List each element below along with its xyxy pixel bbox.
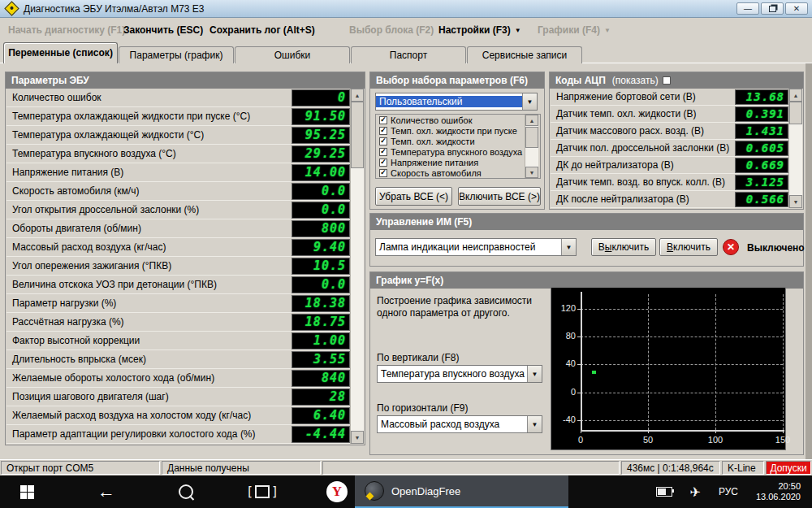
table-row[interactable]: Фактор высотной коррекции1.00: [6, 332, 350, 350]
close-button[interactable]: ✕: [785, 2, 808, 15]
param-list-scrollbar[interactable]: ▲ ▼: [525, 115, 538, 178]
chevron-down-icon[interactable]: ▼: [561, 239, 576, 255]
table-row[interactable]: ДК после нейтрализатора (В)0.566: [551, 191, 788, 208]
table-row[interactable]: Датчик пол. дроссельной заслонки (В)0.60…: [551, 140, 788, 157]
add-all-button[interactable]: Включить ВСЕ (>): [458, 187, 541, 206]
checkbox-icon[interactable]: ✓: [379, 169, 387, 177]
menu-item-2[interactable]: Закончить (ESC): [123, 24, 203, 36]
language-indicator[interactable]: РУС: [719, 486, 738, 497]
adc-scroll-thumb[interactable]: [789, 102, 802, 124]
turn-off-button[interactable]: Выключить: [591, 238, 656, 256]
table-row[interactable]: Длительность впрыска (мсек)3.55: [6, 350, 350, 369]
adc-codes-list[interactable]: Напряжение бортовой сети (В)13.68Датчик …: [551, 89, 788, 208]
table-row[interactable]: Напряжение питания (В)14.00: [6, 163, 350, 182]
table-row[interactable]: Количество ошибок0: [6, 89, 350, 107]
table-row[interactable]: Скорость автомобиля (км/ч)0.0: [6, 182, 350, 201]
checkbox-icon[interactable]: ✓: [379, 127, 387, 135]
table-row[interactable]: Параметр адаптации регулировки холостого…: [6, 425, 350, 444]
tab-2[interactable]: Параметры (график): [119, 46, 234, 63]
ecu-scrollbar[interactable]: ▲ ▼: [350, 89, 364, 444]
chevron-down-icon[interactable]: ▼: [522, 93, 537, 110]
table-row[interactable]: ДК до нейтрализатора (В)0.669: [551, 157, 788, 174]
param-checkbox-item[interactable]: ✓Темп. охл. жидкости: [376, 136, 540, 146]
param-checkbox-item[interactable]: ✓Температура впускного воздуха: [376, 146, 540, 157]
param-checkbox-list[interactable]: ✓Количество ошибок✓Темп. охл. жидкости п…: [375, 114, 541, 179]
remove-all-button[interactable]: Убрать ВСЕ (<): [375, 187, 452, 206]
tab-3[interactable]: Ошибки: [235, 46, 350, 63]
checkbox-icon[interactable]: ✓: [379, 137, 387, 145]
menu-item-3[interactable]: Сохранить лог (Alt+S): [209, 24, 315, 36]
status-alert-badge[interactable]: Допуски: [766, 461, 811, 475]
back-button[interactable]: ←: [88, 475, 125, 508]
task-view-button[interactable]: []: [244, 475, 281, 508]
table-row[interactable]: Температура охлаждающей жидкости (°С)95.…: [6, 126, 350, 145]
param-scroll-thumb[interactable]: [525, 127, 538, 148]
table-row[interactable]: Рассчётная нагрузка (%)18.75: [6, 313, 350, 332]
checkbox-icon[interactable]: ✓: [379, 116, 387, 124]
adc-scrollbar[interactable]: ▲ ▼: [788, 89, 802, 208]
param-value-lcd: 0.669: [735, 158, 788, 173]
param-checkbox-item[interactable]: ✓Скорость автомобиля: [376, 167, 540, 178]
restore-button[interactable]: [761, 2, 784, 15]
table-row[interactable]: Температура охлаждающей жидкости при пус…: [6, 107, 350, 126]
param-value-lcd: 0.391: [735, 106, 788, 122]
vertical-axis-combo[interactable]: Температура впускного воздуха ▼: [377, 365, 542, 383]
chevron-down-icon[interactable]: ▼: [527, 416, 542, 432]
yandex-browser-button[interactable]: Y: [318, 475, 356, 508]
scroll-up-icon[interactable]: ▲: [789, 89, 802, 102]
param-value-lcd: 13.68: [735, 89, 788, 105]
tab-1[interactable]: Переменные (список): [3, 42, 118, 63]
param-checkbox-item[interactable]: ✓Темп. охл. жидкости при пуске: [376, 125, 540, 136]
scroll-down-icon[interactable]: ▼: [351, 431, 364, 444]
menu-item-5[interactable]: Настройки (F3)▼: [438, 24, 521, 36]
gridline: [648, 294, 649, 430]
tab-4[interactable]: Паспорт: [351, 46, 466, 63]
tab-5[interactable]: Сервисные записи: [467, 46, 582, 63]
scroll-up-icon[interactable]: ▲: [525, 115, 538, 126]
table-row[interactable]: Датчик массового расх. возд. (В)1.431: [551, 123, 788, 140]
table-row[interactable]: Массовый расход воздуха (кг/час)9.40: [6, 238, 350, 257]
table-row[interactable]: Желаемые обороты холостого хода (об/мин)…: [6, 369, 350, 388]
table-row[interactable]: Напряжение бортовой сети (В)13.68: [551, 89, 788, 106]
table-row[interactable]: Обороты двигателя (об/мин)800: [6, 219, 350, 238]
table-row[interactable]: Угол открытия дроссельной заслонки (%)0.…: [6, 201, 350, 219]
scroll-down-icon[interactable]: ▼: [789, 195, 802, 208]
opendiag-task-button[interactable]: OpenDiagFree: [355, 475, 568, 508]
battery-icon[interactable]: [656, 487, 672, 497]
horizontal-axis-combo[interactable]: Массовый расход воздуха ▼: [377, 415, 542, 433]
status-line-type: K-Line: [722, 461, 764, 475]
param-value-lcd: 6.40: [292, 407, 350, 424]
table-row[interactable]: Параметр нагрузки (%)18.38: [6, 294, 350, 313]
param-set-combo[interactable]: Пользовательский ▼: [375, 93, 538, 111]
actuator-combo[interactable]: Лампа индикации неисправностей ▼: [375, 238, 577, 256]
stop-icon[interactable]: ✕: [723, 239, 739, 255]
table-row[interactable]: Датчик темп. возд. во впуск. колл. (В)3.…: [551, 174, 788, 191]
start-button[interactable]: [8, 475, 45, 508]
table-row[interactable]: Позиция шагового двигателя (шаг)28: [6, 388, 350, 406]
checkbox-icon[interactable]: ✓: [379, 158, 387, 167]
chevron-down-icon[interactable]: ▼: [527, 366, 542, 382]
airplane-mode-icon[interactable]: ✈: [690, 484, 701, 500]
param-checkbox-item[interactable]: ✓Напряжение питания: [376, 157, 540, 167]
param-value-lcd: 95.25: [292, 127, 350, 144]
minimize-button[interactable]: —: [736, 2, 759, 15]
table-row[interactable]: Температура впускного воздуха (°С)29.25: [6, 145, 350, 163]
task-view-icon: [: [246, 484, 253, 499]
param-checkbox-item[interactable]: ✓Количество ошибок: [376, 115, 540, 125]
table-row[interactable]: Величина отскока УОЗ при детонации (°ПКВ…: [6, 276, 350, 294]
clock[interactable]: 20:50 13.06.2020: [756, 481, 801, 502]
param-value-lcd: 3.55: [292, 351, 350, 368]
search-button[interactable]: [167, 475, 205, 508]
ecu-params-list[interactable]: Количество ошибок0Температура охлаждающе…: [6, 89, 350, 444]
table-row[interactable]: Угол опережения зажигания (°ПКВ)10.5: [6, 257, 350, 276]
x-tick-label: 150: [773, 435, 793, 445]
checkbox-icon[interactable]: ✓: [379, 148, 387, 156]
ecu-scroll-thumb[interactable]: [351, 102, 364, 168]
table-row[interactable]: Датчик темп. охл. жидкости (В)0.391: [551, 106, 788, 123]
turn-on-button[interactable]: Включить: [659, 238, 718, 256]
table-row[interactable]: Желаемый расход воздуха на холостом ходу…: [6, 406, 350, 425]
scroll-up-icon[interactable]: ▲: [351, 89, 364, 102]
scroll-down-icon[interactable]: ▼: [525, 167, 538, 178]
param-label: ДК до нейтрализатора (В): [551, 159, 735, 171]
adc-show-checkbox[interactable]: ✓: [663, 76, 671, 85]
